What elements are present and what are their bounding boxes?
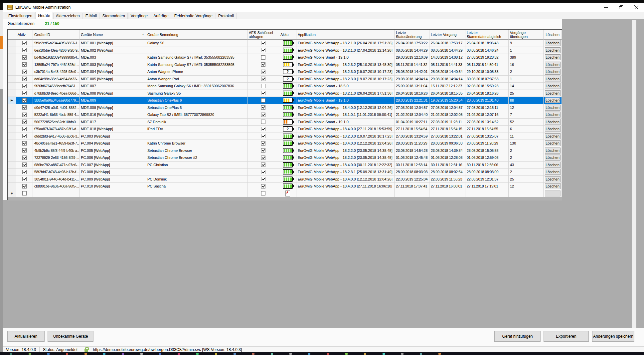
cell-letzte-statusaenderung[interactable]: 22.03.2019 12:25:04 bbox=[395, 176, 429, 183]
row-selector[interactable] bbox=[8, 76, 16, 83]
cell-applikation[interactable]: EurOwiG Mobile Smart - 19.1.0 bbox=[296, 97, 395, 104]
taskbar-icon[interactable] bbox=[10, 353, 12, 355]
cell-letzter-stammdatenabgleich[interactable] bbox=[465, 190, 509, 197]
cell-applikation[interactable]: EurOwiG Mobile WebApp - 18.2.1.0 [27.04.… bbox=[296, 47, 395, 54]
aes-checkbox-cell[interactable] bbox=[247, 183, 279, 190]
cell-geraete-bemerkung[interactable]: PC Dominik bbox=[146, 176, 247, 183]
cell-geraete-bemerkung[interactable]: Katrin Samsung Galaxy S7 / IMEI: 3535550… bbox=[146, 61, 247, 69]
cell-letzte-statusaenderung[interactable]: 28.09.2018 08:03:03 bbox=[395, 169, 429, 176]
checkbox[interactable] bbox=[22, 105, 27, 110]
checkbox[interactable] bbox=[261, 84, 265, 88]
delete-cell[interactable]: Löschen bbox=[544, 169, 562, 176]
checkbox[interactable] bbox=[22, 127, 27, 131]
taskbar-icon[interactable] bbox=[252, 353, 254, 355]
tab-ger-te[interactable]: Geräte bbox=[35, 12, 53, 19]
battery-cell[interactable] bbox=[279, 119, 296, 126]
delete-button[interactable]: Löschen bbox=[545, 62, 561, 68]
taskbar-icon[interactable] bbox=[420, 353, 422, 355]
cell-geraete-id[interactable]: f75aa87f-3473-487c-93f1-d... bbox=[33, 126, 80, 133]
cell-letzter-stammdatenabgleich[interactable]: 08.05.2018 14:46:24 bbox=[465, 47, 509, 54]
cell-vorgaenge-uebertragen[interactable]: 2 bbox=[509, 68, 544, 76]
active-checkbox-cell[interactable] bbox=[16, 126, 33, 133]
cell-letzte-statusaenderung[interactable]: 28.03.2019 11:20:29 bbox=[395, 140, 429, 147]
cell-letzte-statusaenderung[interactable] bbox=[395, 190, 429, 197]
cell-geraete-name[interactable]: MDE.003 [WebApp] bbox=[80, 61, 146, 69]
battery-cell[interactable]: ? bbox=[279, 76, 296, 83]
delete-button[interactable]: Löschen bbox=[545, 112, 561, 118]
aes-checkbox-cell[interactable] bbox=[247, 68, 279, 76]
column-header-letzte-status-nderung[interactable]: Letzte Statusänderung bbox=[395, 30, 429, 40]
row-selector[interactable] bbox=[8, 40, 16, 47]
checkbox[interactable] bbox=[22, 91, 27, 95]
active-checkbox-cell[interactable] bbox=[16, 76, 33, 83]
cell-vorgaenge-uebertragen[interactable]: 6 bbox=[509, 126, 544, 133]
table-row[interactable]: 4b9b2b9c-85f3-44f9-b40b-a...PC.005 [WebA… bbox=[8, 147, 562, 155]
cell-applikation[interactable]: EurOwiG Mobile WebApp - 18.2.3.0 [19.07.… bbox=[296, 133, 395, 140]
active-checkbox-cell[interactable] bbox=[16, 154, 33, 162]
cell-vorgaenge-uebertragen[interactable]: 16 bbox=[509, 61, 544, 69]
cell-letzter-stammdatenabgleich[interactable]: 22.03.2019 12:31:37 bbox=[465, 176, 509, 183]
checkbox[interactable] bbox=[22, 41, 27, 45]
delete-cell[interactable]: Löschen bbox=[544, 76, 562, 83]
battery-cell[interactable] bbox=[279, 90, 296, 97]
delete-cell[interactable]: Löschen bbox=[544, 97, 562, 104]
taskbar-icon[interactable] bbox=[66, 353, 68, 355]
checkbox[interactable] bbox=[22, 148, 27, 153]
cell-geraete-name[interactable]: MDE.001 [WebApp] bbox=[80, 40, 146, 47]
cell-vorgaenge-uebertragen[interactable]: 2 bbox=[509, 154, 544, 162]
row-selector[interactable] bbox=[8, 47, 16, 54]
cell-letzter-stammdatenabgleich[interactable]: 26.04.2018 18:16:26 bbox=[465, 90, 509, 97]
delete-cell[interactable]: Löschen bbox=[544, 40, 562, 47]
checkbox[interactable] bbox=[22, 177, 27, 181]
table-row[interactable]: 6ea105be-f3ea-4266-9f20-9...MDE.002 [Web… bbox=[8, 47, 562, 54]
checkbox[interactable] bbox=[261, 98, 265, 103]
cell-geraete-bemerkung[interactable]: Mona Samsung Galaxy S6 / IMEI: 359150062… bbox=[146, 83, 247, 90]
cell-geraete-id[interactable]: 686be792-a887-471c-97e6-... bbox=[33, 162, 80, 169]
checkbox[interactable] bbox=[261, 191, 265, 195]
tab-aktenzeichen[interactable]: Aktenzeichen bbox=[53, 13, 82, 19]
cell-applikation[interactable]: EurOwiG Mobile WebApp - 18.4.0.0 [27.11.… bbox=[296, 126, 395, 133]
cell-geraete-id[interactable]: d78b8b38-8eec-4bea-b66d-... bbox=[33, 90, 80, 97]
cell-geraete-id[interactable]: 5667728525eb62cb10bfa0... bbox=[33, 119, 80, 126]
cell-geraete-id[interactable] bbox=[33, 190, 80, 197]
aes-checkbox-cell[interactable] bbox=[247, 133, 279, 140]
cell-geraete-name[interactable]: PC.007 [WebApp] bbox=[80, 162, 146, 169]
row-selector[interactable] bbox=[8, 126, 16, 133]
cell-vorgaenge-uebertragen[interactable]: 130 bbox=[509, 140, 544, 147]
taskbar-icon[interactable] bbox=[140, 353, 143, 355]
cell-letzter-vorgang[interactable]: 26.04.2018 18:15:35 bbox=[429, 90, 465, 97]
cell-geraete-bemerkung[interactable] bbox=[146, 47, 247, 54]
taskbar-icon[interactable] bbox=[196, 353, 199, 355]
cell-geraete-name[interactable] bbox=[80, 190, 146, 197]
restore-button[interactable] bbox=[613, 3, 629, 12]
aes-checkbox-cell[interactable] bbox=[247, 83, 279, 90]
row-selector[interactable] bbox=[8, 111, 16, 119]
cell-letzte-statusaenderung[interactable]: 26.04.2018 18:16:26 bbox=[395, 90, 429, 97]
cell-letzte-statusaenderung[interactable]: 27.11.2018 15:54:54 bbox=[395, 126, 429, 133]
taskbar-icon[interactable] bbox=[438, 353, 441, 355]
checkbox[interactable] bbox=[22, 141, 27, 146]
cell-letzter-stammdatenabgleich[interactable]: 27.03.2019 12:15:11 bbox=[465, 104, 509, 112]
battery-cell[interactable] bbox=[279, 176, 296, 183]
cell-geraete-name[interactable]: MDE.009 [WebApp] bbox=[80, 104, 146, 112]
delete-cell[interactable]: Löschen bbox=[544, 133, 562, 140]
row-selector[interactable] bbox=[8, 119, 16, 126]
taskbar-icon[interactable] bbox=[103, 353, 105, 355]
cell-letzter-vorgang[interactable]: 27.03.2019 12:04:57 bbox=[429, 104, 465, 112]
cell-geraete-name[interactable]: MDE.005 [WebApp] bbox=[80, 76, 146, 83]
cell-geraete-bemerkung[interactable] bbox=[146, 133, 247, 140]
cell-geraete-bemerkung[interactable]: Sasmung Galaxy S5 bbox=[146, 90, 247, 97]
aes-checkbox-cell[interactable] bbox=[247, 111, 279, 119]
cell-letzter-vorgang[interactable]: 28.09.2018 08:02:54 bbox=[429, 169, 465, 176]
cell-letzte-statusaenderung[interactable]: 29.03.2019 12:10:09 bbox=[395, 54, 429, 61]
cell-vorgaenge-uebertragen[interactable]: 2 bbox=[509, 169, 544, 176]
cell-applikation[interactable]: EurOwiG Mobile Smart - 19.1.0 bbox=[296, 119, 395, 126]
cell-letzter-stammdatenabgleich[interactable]: 02.08.2018 15:59:23 bbox=[465, 83, 509, 90]
cell-letzte-statusaenderung[interactable]: 28.08.2018 14:42:01 bbox=[395, 68, 429, 76]
aes-checkbox-cell[interactable] bbox=[247, 47, 279, 54]
active-checkbox-cell[interactable] bbox=[16, 68, 33, 76]
cell-geraete-bemerkung[interactable]: Sebastian Chrome Browser #2 bbox=[146, 154, 247, 162]
export-button[interactable]: Exportieren bbox=[544, 331, 589, 342]
column-header-ger-te-id[interactable]: Geräte ID bbox=[33, 30, 80, 40]
tab-fehlerhafte-vorg-nge[interactable]: Fehlerhafte Vorgänge bbox=[172, 13, 215, 19]
